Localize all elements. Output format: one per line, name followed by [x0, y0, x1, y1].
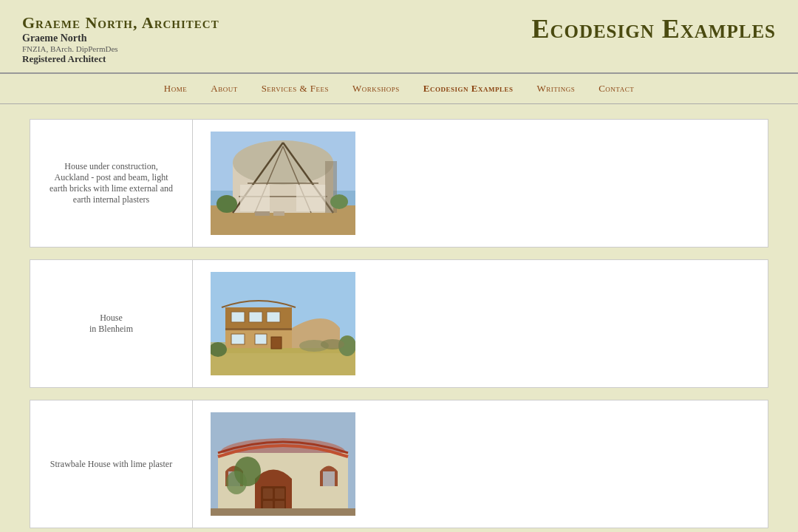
- svg-rect-27: [231, 334, 245, 344]
- svg-rect-45: [323, 471, 335, 486]
- svg-rect-28: [255, 334, 267, 344]
- nav-workshops[interactable]: Workshops: [352, 83, 400, 95]
- main-nav: Home About Services & Fees Workshops Eco…: [0, 74, 798, 104]
- svg-rect-29: [271, 337, 282, 349]
- svg-point-16: [330, 194, 348, 209]
- svg-rect-26: [267, 312, 280, 322]
- main-content: House under construction, Auckland - pos…: [0, 104, 798, 532]
- header: Graeme North, Architect Graeme North FNZ…: [0, 0, 798, 74]
- nav-writings[interactable]: Writings: [536, 83, 575, 95]
- svg-rect-11: [240, 185, 270, 211]
- nav-contact[interactable]: Contact: [598, 83, 634, 95]
- nav-home[interactable]: Home: [164, 83, 187, 95]
- svg-rect-24: [231, 312, 245, 322]
- card-2-description: House in Blenheim: [30, 260, 193, 387]
- card-1-image-area: [193, 120, 768, 247]
- page-title: Ecodesign Examples: [531, 13, 776, 44]
- card-2-image: [211, 272, 355, 375]
- nav-services[interactable]: Services & Fees: [262, 83, 329, 95]
- header-branding: Graeme North, Architect Graeme North FNZ…: [22, 13, 219, 65]
- svg-rect-30: [225, 328, 292, 330]
- svg-point-47: [226, 471, 247, 494]
- svg-rect-25: [249, 312, 262, 322]
- card-3-image: [211, 412, 355, 516]
- project-card-1: House under construction, Auckland - pos…: [30, 119, 768, 248]
- site-title: Graeme North, Architect: [22, 13, 219, 33]
- nav-about[interactable]: About: [211, 83, 237, 95]
- nav-ecodesign[interactable]: Ecodesign Examples: [423, 83, 514, 95]
- architect-credentials: FNZIA, BArch. DipPermDes: [22, 44, 219, 53]
- card-3-description: Strawbale House with lime plaster: [30, 400, 193, 528]
- architect-registered: Registered Architect: [22, 53, 219, 65]
- svg-rect-40: [263, 488, 273, 499]
- svg-point-34: [321, 339, 344, 349]
- card-3-image-area: [193, 400, 768, 528]
- svg-rect-17: [255, 211, 270, 216]
- svg-point-15: [216, 195, 237, 213]
- card-2-image-area: [193, 260, 768, 387]
- project-card-2: House in Blenheim: [30, 259, 768, 388]
- svg-rect-48: [211, 508, 355, 516]
- svg-rect-41: [275, 488, 284, 499]
- architect-name: Graeme North: [22, 33, 219, 44]
- card-1-image: [211, 132, 355, 235]
- svg-rect-18: [273, 211, 284, 216]
- svg-rect-13: [325, 161, 331, 213]
- card-1-description: House under construction, Auckland - pos…: [30, 120, 193, 247]
- header-page-title-area: Ecodesign Examples: [531, 13, 776, 44]
- project-card-3: Strawbale House with lime plaster: [30, 400, 768, 528]
- svg-rect-12: [296, 185, 326, 211]
